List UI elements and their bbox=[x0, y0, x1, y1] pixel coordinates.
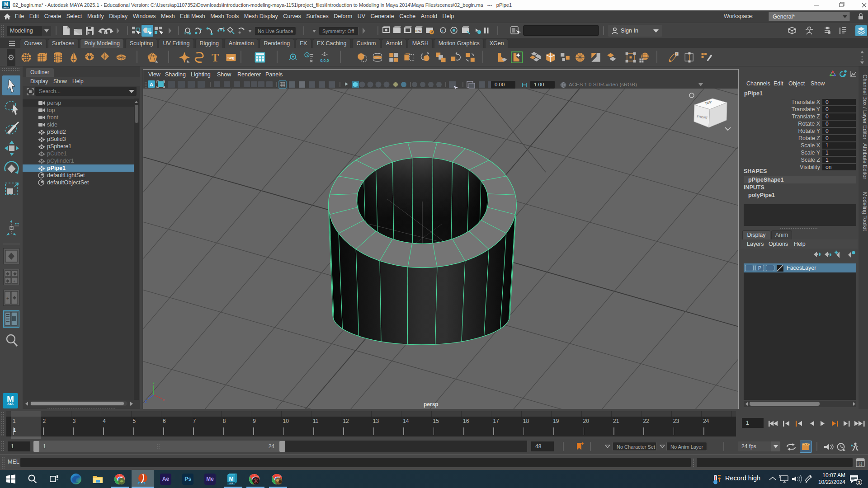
svg-text:{;}: {;} bbox=[859, 461, 862, 466]
svg-text:AYA: AYA bbox=[229, 483, 233, 485]
svg-text:X: X bbox=[162, 398, 165, 402]
svg-text:0,0,0: 0,0,0 bbox=[321, 58, 329, 63]
svg-text:Z: Z bbox=[145, 399, 147, 404]
svg-text:+: + bbox=[13, 279, 15, 284]
svg-text:svg: svg bbox=[227, 56, 234, 60]
svg-text:x: x bbox=[441, 28, 443, 33]
svg-text:3: 3 bbox=[858, 480, 860, 485]
svg-text:A: A bbox=[150, 82, 153, 87]
svg-text:M: M bbox=[4, 2, 8, 7]
svg-text:IPR: IPR bbox=[415, 29, 422, 33]
svg-text:persp: persp bbox=[424, 401, 439, 408]
svg-text:MAYA: MAYA bbox=[4, 6, 9, 9]
svg-text:T: T bbox=[212, 52, 219, 63]
svg-text:Y: Y bbox=[152, 381, 155, 385]
svg-text:+: + bbox=[6, 296, 9, 301]
svg-text:M: M bbox=[229, 476, 234, 482]
